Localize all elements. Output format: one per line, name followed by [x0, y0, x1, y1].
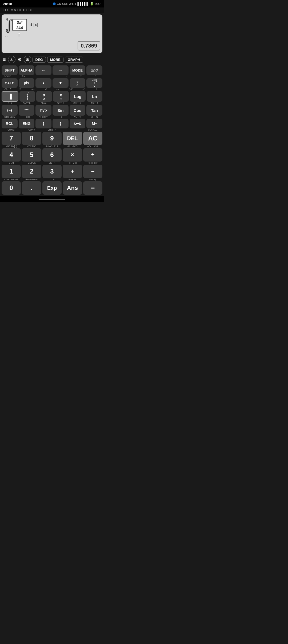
- sqrt-key[interactable]: √I: [19, 91, 35, 102]
- minus-key[interactable]: −: [83, 165, 102, 178]
- sub-pi-e: π e: [42, 178, 62, 181]
- rcl-key[interactable]: RCL: [2, 119, 18, 128]
- right-arrow-key[interactable]: →: [53, 65, 69, 75]
- sub-abc: aᵇ/c ÷R: [2, 88, 14, 91]
- home-indicator[interactable]: [39, 199, 65, 200]
- ans-key[interactable]: Ans: [63, 181, 82, 195]
- ac-key[interactable]: AC: [83, 132, 102, 145]
- sub-ncr-lcm: nCr LCM: [83, 145, 102, 148]
- sub-tenx: 10ˣ: [65, 88, 77, 91]
- exp-key[interactable]: Exp: [42, 181, 62, 195]
- sub-sto-clrv: STO CLRv: [2, 116, 18, 118]
- sub-const: CONST: [2, 128, 21, 131]
- sub-cmplx: CMPLX: [22, 162, 41, 164]
- sub-matrix: MATRIX[∷]: [2, 145, 21, 148]
- subrow-8: COPY PASTE Ran# RanInt π e PreAns Histor…: [2, 178, 102, 181]
- ln-key[interactable]: Ln: [87, 91, 102, 102]
- sub-mod: mod: [27, 88, 39, 91]
- toolbar: ≡ Σ ⚙ ⊕ DEG MORE GRAPH: [0, 55, 104, 64]
- sub-abs-c: Abs c: [36, 102, 51, 104]
- key-2[interactable]: 2: [22, 165, 41, 178]
- tan-key[interactable]: Tan: [86, 105, 102, 116]
- more-button[interactable]: MORE: [47, 57, 63, 63]
- sub-tanInv-f: Tan⁻¹ f: [86, 102, 102, 104]
- equals-key[interactable]: =: [83, 181, 102, 195]
- sub-xcube: x³: [40, 88, 52, 91]
- calc-key[interactable]: CALC: [2, 78, 18, 88]
- xsq-key[interactable]: x2: [36, 91, 52, 102]
- dot-key[interactable]: .: [22, 181, 41, 195]
- key-5[interactable]: 5: [22, 148, 41, 162]
- subrow-2: aᵇ/c ÷R ³√□ mod x³ □√□ 10ˣ eˣ t: [2, 88, 102, 91]
- rparen-key[interactable]: ): [53, 119, 69, 128]
- sub-cosInv-e: Cos⁻¹ e: [69, 102, 85, 104]
- fraction: 3x³ 244: [12, 19, 27, 31]
- deg-button[interactable]: DEG: [33, 57, 46, 63]
- sub-sigma: Σ: [74, 75, 87, 78]
- mode-text: FIX MATH DECI: [3, 8, 33, 12]
- del-key[interactable]: DEL: [63, 132, 82, 145]
- eng-key[interactable]: ENG: [19, 119, 35, 128]
- sub-mminus-m: M− m: [86, 116, 102, 118]
- menu-button[interactable]: ≡: [2, 56, 7, 63]
- loga-key[interactable]: Logax: [86, 78, 102, 88]
- integral-key[interactable]: ∫dx: [19, 78, 35, 88]
- key-1[interactable]: 1: [2, 165, 21, 178]
- hyp-key[interactable]: hyp: [35, 105, 51, 116]
- key-4[interactable]: 4: [2, 148, 21, 162]
- sigma-button[interactable]: Σ: [8, 56, 15, 63]
- xinv-key[interactable]: x-1: [70, 78, 86, 88]
- neg-key[interactable]: (−): [2, 105, 18, 116]
- graph-button[interactable]: GRAPH: [65, 57, 83, 63]
- alpha-key[interactable]: ALPHA: [19, 65, 35, 75]
- key-9[interactable]: 9: [42, 132, 62, 145]
- left-arrow-key[interactable]: ←: [35, 65, 51, 75]
- xpow-key[interactable]: x□: [53, 91, 69, 102]
- sub-empty1: [45, 75, 59, 78]
- integral-symbol: ∫: [7, 18, 11, 32]
- 2nd-key[interactable]: 2nd: [86, 65, 102, 75]
- sub-limit-inf: Limit ∞: [42, 128, 62, 131]
- mplus-key[interactable]: M+: [86, 119, 102, 128]
- plus-key[interactable]: +: [63, 165, 82, 178]
- dms-key[interactable]: °'": [19, 105, 35, 116]
- bluetooth-icon: 🔵: [53, 2, 56, 5]
- sub-sinInv-d: Sin⁻¹ d: [53, 102, 68, 104]
- subrow-7: STAT CMPLX DISTR Pol Ceil Rec Floor: [2, 162, 102, 164]
- sin-key[interactable]: Sin: [53, 105, 69, 116]
- cos-key[interactable]: Cos: [70, 105, 86, 116]
- keys-container: SHIFT ALPHA ← → MODE 2nd SOLVE = d/dx : …: [0, 64, 104, 196]
- fraction-denominator: 244: [16, 25, 23, 30]
- subrow-4: STO CLRv i Cot % Cot⁻¹ , x ᵃ/ᵦ→ y M− m: [2, 116, 102, 118]
- sub-solve: SOLVE =: [2, 75, 15, 78]
- sub-i-cot: i Cot: [19, 116, 34, 118]
- sub-colon: :: [31, 75, 44, 78]
- log-key[interactable]: Log: [70, 91, 86, 102]
- key-7[interactable]: 7: [2, 132, 21, 145]
- key-8[interactable]: 8: [22, 132, 41, 145]
- settings-button[interactable]: ⚙: [17, 56, 22, 63]
- key-6[interactable]: 6: [42, 148, 62, 162]
- plus-minus-button[interactable]: ⊕: [24, 56, 31, 63]
- down-key[interactable]: ▼: [53, 78, 69, 88]
- div-key[interactable]: ÷: [83, 148, 102, 162]
- mode-key[interactable]: MODE: [70, 65, 86, 75]
- shift-key[interactable]: SHIFT: [2, 65, 18, 75]
- fraction-numerator: 3x³: [14, 20, 25, 25]
- key-0[interactable]: 0: [2, 181, 21, 195]
- key-3[interactable]: 3: [42, 165, 62, 178]
- sub-funchelp: FUNC HELP: [42, 145, 62, 148]
- cursor-arrow: ↑: [18, 30, 21, 38]
- mult-key[interactable]: ×: [63, 148, 82, 162]
- signal-strength: ▌▌▌▌▌: [77, 2, 89, 6]
- lparen-key[interactable]: (: [35, 119, 51, 128]
- subrow-1: SOLVE = d/dx : x! Σ Π: [2, 75, 102, 78]
- active-key[interactable]: ▐: [2, 91, 18, 102]
- sub-rec-floor: Rec Floor: [83, 162, 102, 164]
- sd-key[interactable]: S⇌D: [70, 119, 86, 128]
- up-key[interactable]: ▲: [35, 78, 51, 88]
- subrow-5: CONST CONV Limit ∞ CLR ALL: [2, 128, 102, 131]
- sub-pi: Π: [89, 75, 102, 78]
- sub-npr-gcd: nPr GCD: [63, 145, 82, 148]
- sub-stat: STAT: [2, 162, 21, 164]
